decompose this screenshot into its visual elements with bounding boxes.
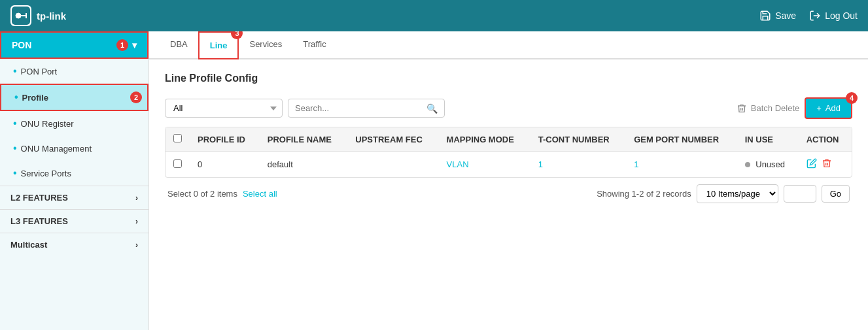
col-profile-id: PROFILE ID xyxy=(190,127,260,152)
page-title: Line Profile Config xyxy=(165,73,852,84)
main-content: DBA Line 3 Services Traffic Line Profile… xyxy=(149,31,868,330)
col-t-cont-number: T-CONT NUMBER xyxy=(530,127,626,152)
cell-gem-port-number: 1 xyxy=(626,152,737,178)
onu-register-label: ONU Register xyxy=(21,119,74,129)
topbar: tp-link Save Log Out xyxy=(0,0,868,31)
batch-delete-button[interactable]: Batch Delete xyxy=(737,103,799,114)
logo-icon xyxy=(10,5,31,26)
tab-line-label: Line xyxy=(210,41,228,50)
dot-icon-2: • xyxy=(14,91,18,103)
tab-line[interactable]: Line 3 xyxy=(198,31,239,59)
sidebar: PON 1 ▾ • PON Port • Profile 2 • ONU Reg… xyxy=(0,31,149,330)
l3-label: L3 FEATURES xyxy=(10,216,68,226)
page-number-input[interactable] xyxy=(784,185,816,203)
search-input[interactable] xyxy=(295,103,426,113)
save-icon xyxy=(759,10,771,22)
save-label: Save xyxy=(775,10,796,21)
cell-mapping-mode: VLAN xyxy=(439,152,530,178)
sidebar-section-l3[interactable]: L3 FEATURES › xyxy=(0,209,148,233)
edit-button[interactable] xyxy=(807,158,817,171)
sidebar-item-profile[interactable]: • Profile 2 xyxy=(0,84,148,111)
pon-port-label: PON Port xyxy=(21,67,58,76)
t-cont-link[interactable]: 1 xyxy=(538,159,543,169)
go-button[interactable]: Go xyxy=(822,185,850,203)
svg-point-1 xyxy=(16,13,21,18)
cell-in-use: Unused xyxy=(737,152,799,178)
content-area: Line Profile Config All 🔍 Batch Delete xyxy=(149,59,868,223)
topbar-actions: Save Log Out xyxy=(759,10,858,22)
sidebar-item-onu-register[interactable]: • ONU Register xyxy=(0,111,148,136)
logo: tp-link xyxy=(10,5,66,26)
tab-dba-label: DBA xyxy=(170,39,188,49)
table-footer: Select 0 of 2 items Select all Showing 1… xyxy=(165,178,852,210)
col-action: ACTION xyxy=(799,127,852,152)
brand-name: tp-link xyxy=(37,10,66,22)
table-row: 0 default VLAN 1 1 xyxy=(165,152,852,178)
col-profile-name: PROFILE NAME xyxy=(260,127,348,152)
table-body: 0 default VLAN 1 1 xyxy=(165,152,852,178)
toolbar-right: Batch Delete + Add 4 xyxy=(737,97,852,119)
footer-left: Select 0 of 2 items Select all xyxy=(167,189,277,199)
tp-link-logo-svg xyxy=(12,7,30,25)
tab-services-label: Services xyxy=(249,39,282,49)
search-box: 🔍 xyxy=(288,99,445,118)
select-all-link[interactable]: Select all xyxy=(243,189,277,199)
toolbar-left: All 🔍 xyxy=(165,99,445,118)
dot-icon: • xyxy=(13,65,17,77)
sidebar-item-pon-port[interactable]: • PON Port xyxy=(0,59,148,84)
col-upstream-fec: UPSTREAM FEC xyxy=(347,127,438,152)
sidebar-section-multicast[interactable]: Multicast › xyxy=(0,233,148,256)
layout: PON 1 ▾ • PON Port • Profile 2 • ONU Reg… xyxy=(0,31,868,330)
table-header: PROFILE ID PROFILE NAME UPSTREAM FEC MAP… xyxy=(165,127,852,152)
logout-label: Log Out xyxy=(825,10,858,21)
sidebar-section-l2[interactable]: L2 FEATURES › xyxy=(0,186,148,209)
onu-management-label: ONU Management xyxy=(21,144,92,154)
tab-traffic-label: Traffic xyxy=(303,39,326,49)
save-button[interactable]: Save xyxy=(759,10,796,22)
showing-text: Showing 1-2 of 2 records xyxy=(597,189,691,199)
sidebar-item-service-ports[interactable]: • Service Ports xyxy=(0,161,148,186)
add-label: Add xyxy=(825,103,841,113)
col-gem-port-number: GEM PORT NUMBER xyxy=(626,127,737,152)
gem-port-link[interactable]: 1 xyxy=(634,159,638,169)
mapping-mode-link[interactable]: VLAN xyxy=(447,159,469,169)
profile-label: Profile xyxy=(22,93,48,103)
profile-table: PROFILE ID PROFILE NAME UPSTREAM FEC MAP… xyxy=(165,127,852,177)
cell-action xyxy=(799,152,852,178)
filter-select[interactable]: All xyxy=(165,99,283,118)
dot-icon-4: • xyxy=(13,142,17,154)
row-checkbox[interactable] xyxy=(173,159,182,168)
select-all-checkbox[interactable] xyxy=(173,134,182,142)
cell-profile-id: 0 xyxy=(190,152,260,178)
l2-chevron-icon: › xyxy=(135,193,138,203)
cell-upstream-fec xyxy=(347,152,438,178)
select-info: Select 0 of 2 items xyxy=(167,189,237,199)
data-table: PROFILE ID PROFILE NAME UPSTREAM FEC MAP… xyxy=(165,127,852,178)
sidebar-pon-header[interactable]: PON 1 ▾ xyxy=(0,31,148,59)
tab-services[interactable]: Services xyxy=(239,31,292,59)
add-button[interactable]: + Add 4 xyxy=(805,97,852,119)
trash-icon xyxy=(737,103,747,114)
delete-button[interactable] xyxy=(822,158,832,171)
items-per-page-select[interactable]: 10 Items/page xyxy=(697,184,778,203)
badge-2: 2 xyxy=(130,91,142,103)
in-use-text: Unused xyxy=(755,159,785,169)
badge-4: 4 xyxy=(846,92,858,104)
logout-button[interactable]: Log Out xyxy=(809,10,858,22)
tab-traffic[interactable]: Traffic xyxy=(292,31,336,59)
tab-bar: DBA Line 3 Services Traffic xyxy=(149,31,868,59)
dot-icon-3: • xyxy=(13,118,17,129)
l3-chevron-icon: › xyxy=(135,217,138,226)
batch-delete-label: Batch Delete xyxy=(751,103,799,113)
multicast-chevron-icon: › xyxy=(135,240,138,250)
badge-1: 1 xyxy=(116,39,128,51)
toolbar: All 🔍 Batch Delete + Add 4 xyxy=(165,97,852,119)
delete-icon xyxy=(822,158,832,169)
cell-t-cont-number: 1 xyxy=(530,152,626,178)
plus-icon: + xyxy=(816,103,822,113)
pon-label: PON xyxy=(12,40,31,50)
footer-right: Showing 1-2 of 2 records 10 Items/page G… xyxy=(597,184,850,203)
sidebar-item-onu-management[interactable]: • ONU Management xyxy=(0,136,148,161)
multicast-label: Multicast xyxy=(10,240,47,250)
tab-dba[interactable]: DBA xyxy=(160,31,198,59)
